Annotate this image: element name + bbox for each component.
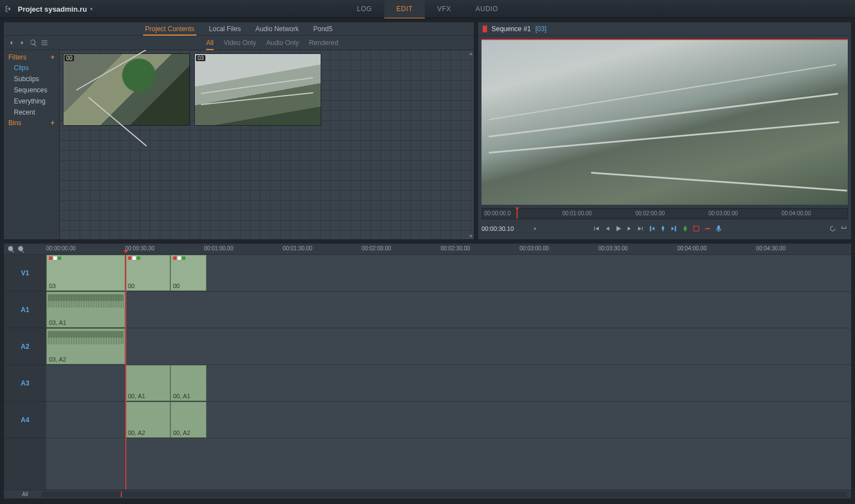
track-head-a3[interactable]: A3	[4, 365, 46, 402]
ruler-mark: 00:02:00.00	[362, 245, 391, 251]
tab-audio[interactable]: AUDIO	[463, 0, 510, 18]
nav-forward-icon[interactable]	[18, 39, 26, 47]
track-head-a2[interactable]: A2	[4, 328, 46, 365]
tab-audio-network[interactable]: Audio Network	[253, 22, 301, 36]
project-title[interactable]: Project sysadmin.ru	[18, 5, 87, 13]
clip-label: 03, A1	[49, 319, 66, 326]
filter-all[interactable]: All	[206, 36, 213, 50]
track-lanes[interactable]: 03 00 00 03, A1	[46, 255, 851, 490]
goto-end-icon[interactable]	[637, 225, 645, 233]
viewer-right-controls	[829, 225, 848, 233]
zoom-in-icon[interactable]	[7, 245, 15, 253]
tab-project-contents[interactable]: Project Contents	[143, 22, 197, 36]
search-icon[interactable]	[30, 39, 37, 47]
play-icon[interactable]	[615, 225, 622, 233]
zoom-out-icon[interactable]	[17, 245, 25, 253]
ruler-mark: 00:03:30.00	[598, 245, 628, 251]
loop-icon[interactable]	[829, 225, 837, 233]
ruler-mark: 00:03:00.00	[519, 245, 549, 251]
filter-audio-only[interactable]: Audio Only	[266, 36, 299, 50]
tab-log[interactable]: LOG	[345, 0, 384, 18]
project-dropdown-icon[interactable]: ▼	[89, 7, 94, 12]
loop-range-icon[interactable]	[840, 225, 848, 233]
sidebar-item-clips[interactable]: Clips	[8, 62, 55, 73]
main-split: Project Contents Local Files Audio Netwo…	[0, 18, 855, 243]
clip-label: 00, A2	[173, 429, 190, 436]
library-scrollbar[interactable]: ▲ ▼	[467, 50, 474, 239]
sidebar-item-sequences[interactable]: Sequences	[8, 85, 55, 96]
sidebar-item-subclips[interactable]: Subclips	[8, 73, 55, 85]
sequence-name[interactable]: Sequence #1	[492, 25, 531, 33]
marker-icon[interactable]	[659, 225, 667, 233]
sidebar-bins-head[interactable]: Bins +	[8, 118, 55, 128]
viewer-panel: Sequence #1 [03] 00:00:00.0 00:01:00.00 …	[478, 22, 852, 240]
library-sidebar: Filters + Clips Subclips Sequences Every…	[4, 50, 60, 239]
add-filter-icon[interactable]: +	[51, 53, 55, 61]
insert-icon[interactable]	[692, 225, 700, 233]
scrub-playhead-icon[interactable]	[515, 209, 519, 219]
library-grid[interactable]: 00 03	[60, 50, 474, 239]
timeline-clip[interactable]: 00	[170, 255, 207, 291]
timeline-playhead[interactable]	[125, 255, 126, 490]
timeline-clip[interactable]: 00	[125, 255, 170, 291]
transport-controls	[592, 225, 723, 233]
overwrite-icon[interactable]	[704, 225, 711, 233]
goto-start-icon[interactable]	[592, 225, 600, 233]
thumbnail-badge: 03	[196, 55, 205, 61]
timeline-scrollbar[interactable]	[42, 492, 847, 497]
tab-pond5[interactable]: Pond5	[311, 22, 335, 36]
ruler-mark: 00:04:00.00	[677, 245, 707, 251]
timeline-clip[interactable]: 00, A1	[125, 365, 170, 401]
tab-edit[interactable]: EDIT	[384, 0, 425, 18]
track-lane-a1[interactable]: 03, A1	[46, 291, 851, 328]
track-lane-a2[interactable]: 03, A2	[46, 328, 851, 365]
add-bin-icon[interactable]: +	[51, 119, 55, 127]
tab-local-files[interactable]: Local Files	[207, 22, 243, 36]
footer-all-label[interactable]: All	[8, 491, 42, 497]
track-head-v1[interactable]: V1	[4, 255, 46, 291]
timecode-display[interactable]: 00:00:30.10	[481, 225, 526, 232]
track-lane-a4[interactable]: 00, A2 00, A2	[46, 402, 851, 438]
timecode-dropdown-icon[interactable]: ▼	[533, 226, 537, 231]
timeline-clip[interactable]: 00, A2	[170, 402, 207, 438]
scrub-mark: 00:04:00.00	[782, 210, 811, 216]
timeline-clip[interactable]: 00, A1	[170, 365, 207, 401]
sidebar-item-recent[interactable]: Recent	[8, 107, 55, 118]
track-head-a1[interactable]: A1	[4, 291, 46, 328]
clip-thumbnail[interactable]: 03	[194, 53, 321, 126]
timeline-clip[interactable]: 03, A2	[46, 328, 125, 364]
timeline-clip[interactable]: 03, A1	[46, 291, 125, 328]
timeline-clip[interactable]: 00, A2	[125, 402, 170, 438]
mark-out-icon[interactable]	[670, 225, 678, 233]
ruler-mark: 00:00:30.00	[125, 245, 155, 251]
ruler-mark: 00:02:30.00	[441, 245, 470, 251]
timeline-zoom-tools	[4, 244, 46, 254]
viewer-scrubber[interactable]: 00:00:00.0 00:01:00.00 00:02:00.00 00:03…	[481, 208, 848, 219]
app-header: Project sysadmin.ru ▼ LOG EDIT VFX AUDIO	[0, 0, 855, 18]
mark-in-icon[interactable]	[648, 225, 656, 233]
scroll-up-icon[interactable]: ▲	[468, 50, 474, 56]
nav-back-icon[interactable]	[7, 39, 15, 47]
voiceover-icon[interactable]	[715, 225, 723, 233]
sidebar-item-everything[interactable]: Everything	[8, 96, 55, 107]
track-lane-v1[interactable]: 03 00 00	[46, 255, 851, 291]
clip-thumbnail[interactable]: 00	[63, 53, 190, 126]
sidebar-filters-head[interactable]: Filters +	[8, 52, 55, 62]
tab-vfx[interactable]: VFX	[425, 0, 463, 18]
timeline-ruler[interactable]: 00:00:00.00 00:00:30.00 00:01:00.00 00:0…	[4, 244, 851, 255]
step-back-icon[interactable]	[603, 225, 611, 233]
step-forward-icon[interactable]	[626, 225, 633, 233]
filter-video-only[interactable]: Video Only	[224, 36, 256, 50]
filter-rendered[interactable]: Rendered	[309, 36, 338, 50]
list-view-icon[interactable]	[41, 39, 48, 47]
exit-icon[interactable]	[4, 5, 12, 13]
add-marker-icon[interactable]	[681, 225, 689, 233]
library-panel: Project Contents Local Files Audio Netwo…	[3, 22, 474, 240]
track-head-a4[interactable]: A4	[4, 402, 46, 438]
timeline-clip[interactable]: 03	[46, 255, 125, 291]
scroll-down-icon[interactable]: ▼	[468, 233, 474, 239]
scrub-mark: 00:00:00.0	[484, 210, 510, 216]
track-lane-a3[interactable]: 00, A1 00, A1	[46, 365, 851, 402]
ruler-mark: 00:00:00.00	[46, 245, 76, 251]
viewer-canvas[interactable]	[481, 39, 848, 205]
